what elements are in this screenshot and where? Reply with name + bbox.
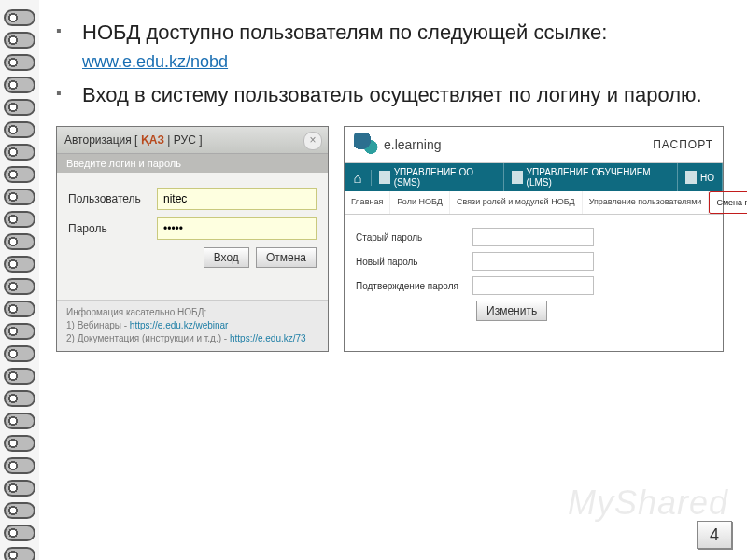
tab-links[interactable]: Связи ролей и модулей НОБД	[450, 191, 583, 214]
login-instruction: Введите логин и пароль	[57, 154, 328, 173]
tab-users[interactable]: Управление пользователями	[583, 191, 710, 214]
elearning-panel: e.learning ПАСПОРТ ⌂ УПРАВЛЕНИЕ ОО (SMS)…	[344, 126, 724, 352]
nav-no[interactable]: НО	[678, 163, 723, 191]
confirm-pwd-label: Подтверждение пароля	[356, 281, 472, 291]
nobd-link[interactable]: www.e.edu.kz/nobd	[82, 52, 228, 71]
subtabs: Главная Роли НОБД Связи ролей и модулей …	[345, 191, 723, 215]
info-title: Информация касательно НОБД:	[66, 306, 318, 319]
el-header: e.learning ПАСПОРТ	[345, 127, 723, 163]
el-navbar: ⌂ УПРАВЛЕНИЕ ОО (SMS) УПРАВЛЕНИЕ ОБУЧЕНИ…	[345, 163, 723, 191]
brand-text: e.learning	[384, 137, 442, 152]
change-button[interactable]: Изменить	[476, 301, 547, 321]
doc-icon	[512, 171, 522, 184]
bullet-1-text: НОБД доступно пользователям по следующей…	[82, 21, 607, 44]
slide-content: НОБД доступно пользователям по следующей…	[56, 19, 724, 352]
auth-title-pre: Авторизация [	[64, 133, 141, 147]
slide: НОБД доступно пользователям по следующей…	[0, 0, 747, 560]
tab-roles[interactable]: Роли НОБД	[390, 191, 450, 214]
bullet-2: Вход в систему пользователь осуществляет…	[56, 81, 724, 109]
login-panel: Авторизация [ ҚАЗ | РУС ] × Введите логи…	[56, 126, 329, 352]
cancel-button[interactable]: Отмена	[256, 247, 317, 268]
watermark: MyShared	[568, 483, 728, 523]
confirm-pwd-input[interactable]	[472, 276, 594, 295]
bullet-1: НОБД доступно пользователям по следующей…	[56, 19, 724, 74]
password-label: Пароль	[68, 222, 157, 235]
nav-lms[interactable]: УПРАВЛЕНИЕ ОБУЧЕНИЕМ (LMS)	[504, 163, 678, 191]
close-icon[interactable]: ×	[303, 132, 322, 150]
lang-sep: |	[164, 133, 174, 147]
el-logo: e.learning	[354, 133, 442, 157]
spiral-binding	[0, 0, 39, 560]
tab-change-password[interactable]: Смена пароля	[709, 191, 747, 214]
user-input[interactable]	[157, 188, 317, 210]
user-label: Пользователь	[68, 192, 157, 205]
info-link2[interactable]: https://e.edu.kz/73	[230, 333, 306, 343]
lang-rus[interactable]: РУС	[174, 133, 196, 147]
old-pwd-input[interactable]	[472, 228, 594, 246]
password-input[interactable]	[157, 217, 317, 240]
tab-main[interactable]: Главная	[345, 191, 390, 214]
home-icon[interactable]: ⌂	[345, 170, 372, 186]
login-info: Информация касательно НОБД: 1) Вебинары …	[57, 300, 328, 351]
auth-titlebar: Авторизация [ ҚАЗ | РУС ] ×	[57, 127, 328, 154]
info-line2: 2) Документация (инструкции и т.д.) -	[66, 333, 230, 343]
nav-sms[interactable]: УПРАВЛЕНИЕ ОО (SMS)	[372, 163, 504, 191]
old-pwd-label: Старый пароль	[356, 232, 472, 243]
edit-icon	[685, 171, 697, 184]
passport-label: ПАСПОРТ	[653, 138, 713, 151]
logo-icon	[354, 133, 378, 157]
password-form: Старый пароль Новый пароль Подтверждение…	[345, 215, 723, 334]
lang-kaz[interactable]: ҚАЗ	[141, 133, 164, 147]
doc-icon	[379, 171, 389, 184]
new-pwd-label: Новый пароль	[356, 257, 472, 267]
auth-title-post: ]	[196, 133, 203, 147]
page-number: 4	[697, 521, 732, 549]
bullet-list: НОБД доступно пользователям по следующей…	[56, 19, 724, 109]
login-form: Пользователь Пароль Вход Отмена	[57, 173, 328, 275]
info-line1: 1) Вебинары -	[66, 320, 130, 330]
screenshots-row: Авторизация [ ҚАЗ | РУС ] × Введите логи…	[56, 126, 724, 352]
new-pwd-input[interactable]	[472, 252, 594, 271]
info-link1[interactable]: https://e.edu.kz/webinar	[130, 320, 229, 330]
login-button[interactable]: Вход	[204, 247, 249, 268]
